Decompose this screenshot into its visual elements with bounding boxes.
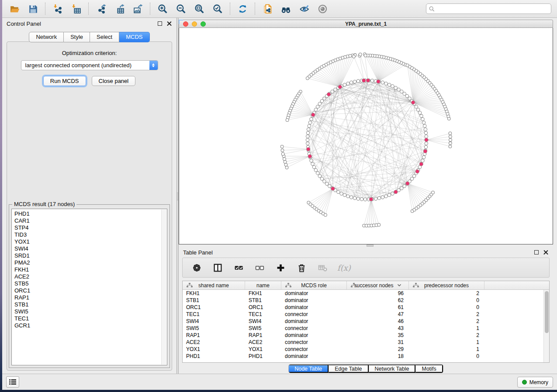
export-network-file-button[interactable] <box>260 2 275 15</box>
result-node-item[interactable]: FKH1 <box>14 266 167 273</box>
result-node-item[interactable]: PHD1 <box>14 210 167 217</box>
export-image-button[interactable] <box>130 2 145 15</box>
result-node-item[interactable]: STP4 <box>14 224 167 231</box>
select-stepper-icon <box>149 61 158 70</box>
delete-column-button[interactable] <box>295 261 308 274</box>
zoom-in-icon <box>158 4 168 14</box>
tab-mcds[interactable]: MCDS <box>119 32 149 42</box>
delete-table-button <box>316 261 329 274</box>
search-all-button[interactable] <box>278 2 293 15</box>
result-node-item[interactable]: SWI4 <box>14 245 167 252</box>
add-column-button[interactable] <box>274 261 287 274</box>
zoom-out-button[interactable] <box>173 2 188 15</box>
network-canvas[interactable] <box>179 28 553 244</box>
table-cell: TEC1 <box>183 311 245 317</box>
search-all-icon <box>281 4 291 14</box>
table-cell: 29 <box>347 346 409 352</box>
table-row[interactable]: YOX1YOX1connector291 <box>183 346 543 353</box>
table-cell: ORC1 <box>183 304 245 310</box>
deselect-all-icon <box>255 263 264 272</box>
tab-motifs[interactable]: Motifs <box>415 364 443 373</box>
table-cell: YOX1 <box>245 346 281 352</box>
result-node-item[interactable]: GCR1 <box>14 322 167 329</box>
deselect-all-button[interactable] <box>253 261 266 274</box>
column-type-icon <box>186 283 193 289</box>
float-table-panel-icon[interactable] <box>534 250 539 254</box>
result-node-item[interactable]: STB5 <box>14 280 167 287</box>
zoom-out-icon <box>176 4 186 14</box>
table-row[interactable]: ACE2ACE2connector311 <box>183 339 543 346</box>
refresh-view-button[interactable] <box>235 2 250 15</box>
tab-network[interactable]: Network <box>29 32 64 42</box>
result-node-item[interactable]: TID3 <box>14 231 167 238</box>
toolbar-groups <box>2 0 335 17</box>
zoom-selected-button[interactable] <box>210 2 225 15</box>
zoom-fit-button[interactable] <box>192 2 207 15</box>
result-node-item[interactable]: SRD1 <box>14 252 167 259</box>
save-session-button[interactable] <box>25 2 40 15</box>
result-node-item[interactable]: ORC1 <box>14 287 167 294</box>
result-node-item[interactable]: YOX1 <box>14 238 167 245</box>
result-node-item[interactable]: STB1 <box>14 301 167 308</box>
tab-node-table[interactable]: Node Table <box>289 364 329 373</box>
close-panel-icon[interactable] <box>167 21 172 26</box>
table-cell: PHD1 <box>183 353 245 359</box>
close-table-panel-icon[interactable] <box>543 250 549 255</box>
hide-graphics-details-button[interactable] <box>297 2 311 15</box>
column-header-MCDS-role[interactable]: MCDS role <box>281 281 347 289</box>
table-panel: Table Panel f(x) shared namenameMCDS rol… <box>179 247 553 374</box>
table-row[interactable]: STB1STB1dominator620 <box>183 297 543 304</box>
table-row[interactable]: SWI5SWI5connector431 <box>183 325 543 332</box>
network-graph[interactable] <box>179 28 553 244</box>
column-header-name[interactable]: name <box>245 281 281 289</box>
float-panel-icon[interactable] <box>158 21 162 26</box>
optimization-criterion-select[interactable]: largest connected component (undirected) <box>21 60 158 70</box>
memory-button[interactable]: Memory <box>517 377 553 388</box>
table-scrollbar[interactable] <box>543 290 549 362</box>
table-row[interactable]: SWI4SWI4dominator462 <box>183 318 543 325</box>
open-file-button[interactable] <box>7 2 22 15</box>
result-node-item[interactable]: RAP1 <box>14 294 167 301</box>
table-row[interactable]: RAP1RAP1dominator352 <box>183 332 543 339</box>
column-header-successor-nodes[interactable]: successor nodes <box>347 281 409 289</box>
export-network-icon <box>96 4 106 14</box>
table-cell: 1 <box>409 346 484 352</box>
show-columns-button[interactable] <box>211 261 224 274</box>
table-row[interactable]: ORC1ORC1dominator610 <box>183 304 543 311</box>
result-node-item[interactable]: TEC1 <box>14 315 167 322</box>
delete-column-icon <box>297 263 306 272</box>
table-row[interactable]: TEC1TEC1connector472 <box>183 311 543 318</box>
tab-network-table[interactable]: Network Table <box>369 364 416 373</box>
search-input[interactable] <box>437 6 548 12</box>
show-graphics-details-button[interactable] <box>315 2 330 15</box>
console-button[interactable] <box>6 376 19 388</box>
mcds-result-list[interactable]: PHD1CAR1STP4TID3YOX1SWI4SRD1PMA2FKH1ACE2… <box>11 209 167 365</box>
table-cell: ORC1 <box>245 304 281 310</box>
zoom-selected-icon <box>213 4 223 14</box>
table-cell: 1 <box>409 325 484 331</box>
tab-select[interactable]: Select <box>90 32 119 42</box>
tab-edge-table[interactable]: Edge Table <box>329 364 368 373</box>
select-all-button[interactable] <box>232 261 245 274</box>
export-network-button[interactable] <box>93 2 108 15</box>
result-node-item[interactable]: CAR1 <box>14 217 167 224</box>
table-row[interactable]: FKH1FKH1dominator962 <box>183 290 543 297</box>
result-node-item[interactable]: PMA2 <box>14 259 167 266</box>
result-node-item[interactable]: SWI5 <box>14 308 167 315</box>
result-node-item[interactable]: ACE2 <box>14 273 167 280</box>
table-scrollbar-thumb[interactable] <box>545 291 549 333</box>
table-row[interactable]: PHD1PHD1dominator180 <box>183 353 543 360</box>
close-panel-button[interactable]: Close panel <box>92 76 136 86</box>
column-header-predecessor-nodes[interactable]: predecessor nodes <box>409 281 484 289</box>
zoom-in-button[interactable] <box>155 2 170 15</box>
search-box[interactable] <box>426 3 551 14</box>
result-list-scrollbar[interactable] <box>161 210 166 364</box>
import-network-button[interactable] <box>50 2 65 15</box>
optimization-criterion-label: Optimization criterion: <box>7 50 172 56</box>
settings-gear-button[interactable] <box>190 261 203 274</box>
export-table-button[interactable] <box>112 2 127 15</box>
run-mcds-button[interactable]: Run MCDS <box>43 76 86 86</box>
tab-style[interactable]: Style <box>64 32 90 42</box>
column-header-shared-name[interactable]: shared name <box>183 281 245 289</box>
import-table-button[interactable] <box>69 2 83 15</box>
